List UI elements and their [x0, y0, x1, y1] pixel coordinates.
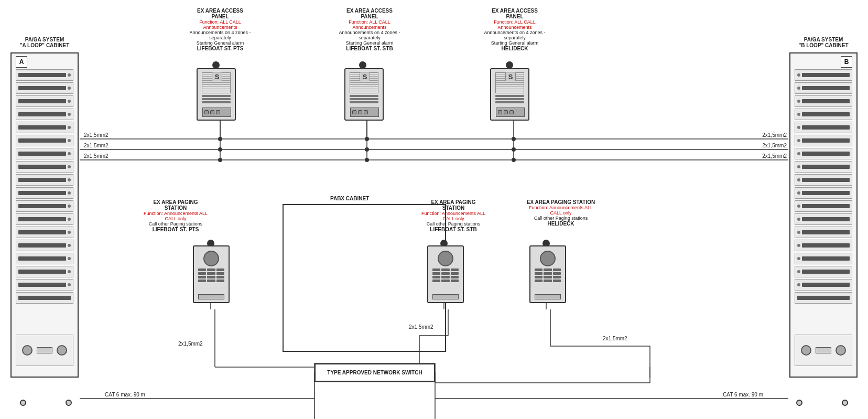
- diagram-container: PA/GA SYSTEM "A LOOP" CABINET A: [0, 0, 868, 419]
- svg-point-17: [512, 147, 516, 152]
- cabinet-a-foot-left: [20, 400, 26, 406]
- cabinet-b-label: PA/GA SYSTEM "B LOOP" CABINET: [789, 37, 858, 48]
- wire-label-ps-stb: 2x1,5mm2: [409, 324, 433, 330]
- svg-point-39: [212, 61, 220, 69]
- svg-point-16: [512, 137, 516, 141]
- cat6-right-label: CAT 6 max. 90 m: [723, 392, 763, 397]
- svg-point-18: [512, 158, 516, 162]
- svg-point-10: [218, 137, 222, 141]
- cat6-left-label: CAT 6 max. 90 m: [105, 392, 145, 397]
- wire-label-2x15-l1: 2x1,5mm2: [84, 132, 108, 138]
- network-switch-label: TYPE APPROVED NETWORK SWITCH: [327, 370, 422, 375]
- paging-helideck-label: EX AREA PAGING STATION Function: Announc…: [524, 199, 598, 227]
- paging-pts-device: [193, 245, 230, 303]
- cabinet-a: A: [10, 52, 79, 378]
- svg-point-13: [365, 137, 369, 141]
- network-switch-box: TYPE APPROVED NETWORK SWITCH: [314, 363, 435, 382]
- paging-stb-device: [427, 245, 464, 303]
- pabx-label: PABX CABINET: [330, 196, 369, 201]
- paging-stb-label: EX AREA PAGING STATION Function: Announc…: [419, 199, 487, 232]
- paging-pts-label: EX AREA PAGING STATION Function: Announc…: [142, 199, 210, 232]
- access-panel-pts-device: S: [197, 68, 236, 121]
- cabinet-b-foot-right: [842, 400, 848, 406]
- cabinet-a-letter: A: [16, 56, 27, 68]
- cabinet-a-rack: [16, 69, 73, 305]
- svg-point-41: [506, 61, 513, 69]
- paging-helideck-device: [529, 245, 566, 303]
- wire-label-ps-helideck: 2x1,5mm2: [603, 336, 627, 341]
- wire-label-2x15-r1: 2x1,5mm2: [762, 132, 787, 138]
- access-panel-stb-device: S: [344, 68, 384, 121]
- access-panel-helideck-device: S: [490, 68, 529, 121]
- cabinet-b-rack: [795, 69, 852, 305]
- cabinet-b-foot-left: [796, 400, 802, 406]
- wire-label-2x15-r2: 2x1,5mm2: [762, 143, 787, 148]
- wire-label-2x15-l2: 2x1,5mm2: [84, 143, 108, 148]
- cabinet-a-bottom: [16, 335, 73, 366]
- svg-point-40: [359, 61, 366, 69]
- wire-label-2x15-r3: 2x1,5mm2: [762, 153, 787, 159]
- cabinet-a-label: PA/GA SYSTEM "A LOOP" CABINET: [10, 37, 79, 48]
- svg-point-14: [365, 147, 369, 152]
- svg-point-11: [218, 147, 222, 152]
- wire-label-2x15-l3: 2x1,5mm2: [84, 153, 108, 159]
- access-panel-helideck-label: EX AREA ACCESS PANEL Function: ALL CALL …: [483, 8, 546, 51]
- wire-label-ps-pts: 2x1,5mm2: [178, 341, 203, 347]
- cabinet-b-bottom: [795, 335, 852, 366]
- svg-point-15: [365, 158, 369, 162]
- cabinet-b: B: [789, 52, 858, 378]
- cabinet-b-letter: B: [841, 56, 852, 68]
- access-panel-stb-label: EX AREA ACCESS PANEL Function: ALL CALL …: [338, 8, 401, 51]
- access-panel-pts-label: EX AREA ACCESS PANEL Function: ALL CALL …: [189, 8, 252, 51]
- cabinet-a-foot-right: [66, 400, 72, 406]
- svg-point-12: [218, 158, 222, 162]
